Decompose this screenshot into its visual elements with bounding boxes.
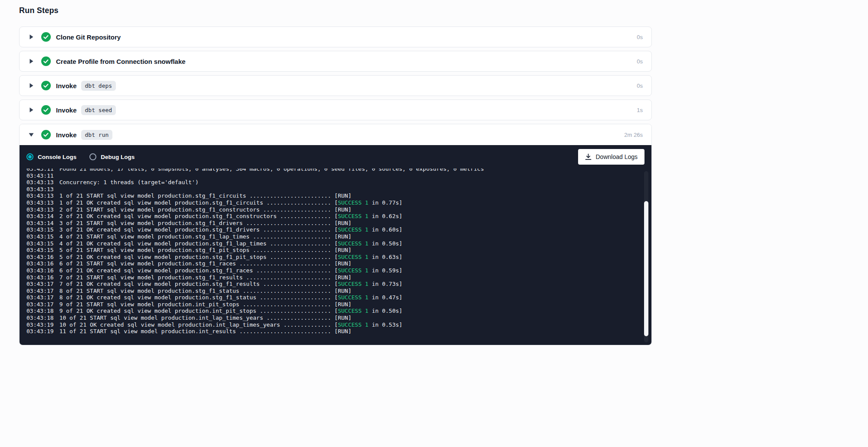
log-line: 03:43:131 of 21 START sql view model pro… xyxy=(26,192,639,199)
log-line: 03:43:142 of 21 OK created sql view mode… xyxy=(26,213,639,220)
chevron-right-icon[interactable] xyxy=(28,34,34,40)
radio-console-logs[interactable]: Console Logs xyxy=(26,153,76,160)
download-logs-label: Download Logs xyxy=(595,153,638,160)
log-line: 03:43:165 of 21 OK created sql view mode… xyxy=(26,254,639,261)
step-duration: 1s xyxy=(637,107,643,113)
radio-console-logs-label[interactable]: Console Logs xyxy=(38,154,76,160)
step-label: Invoke xyxy=(56,106,77,114)
success-check-icon xyxy=(41,81,51,90)
step-duration: 0s xyxy=(637,83,643,89)
step-row-create-profile[interactable]: Create Profile from Connection snowflake… xyxy=(19,51,652,72)
log-line: 03:43:132 of 21 START sql view model pro… xyxy=(26,206,639,213)
log-line: 03:43:154 of 21 OK created sql view mode… xyxy=(26,240,639,247)
step-label: Invoke xyxy=(56,131,77,139)
step-command-code: dbt run xyxy=(81,130,113,140)
log-line: 03:43:11 xyxy=(26,172,639,179)
log-line: 03:43:178 of 21 START sql view model pro… xyxy=(26,288,639,295)
step-label: Invoke xyxy=(56,82,77,89)
step-row-clone-git-repository[interactable]: Clone Git Repository 0s xyxy=(19,26,652,47)
console-log-lines: 03:43:11Found 21 models, 17 tests, 0 sna… xyxy=(26,169,639,335)
step-command-code: dbt deps xyxy=(81,81,116,91)
log-line: 03:43:131 of 21 OK created sql view mode… xyxy=(26,199,639,206)
success-check-icon xyxy=(41,130,51,139)
chevron-right-icon[interactable] xyxy=(28,107,34,113)
step-label: Create Profile from Connection snowflake xyxy=(56,58,185,65)
log-line: 03:43:153 of 21 OK created sql view mode… xyxy=(26,226,639,233)
step-label: Clone Git Repository xyxy=(56,33,121,41)
download-logs-button[interactable]: Download Logs xyxy=(578,149,644,165)
chevron-right-icon[interactable] xyxy=(28,83,34,89)
log-line: 03:43:179 of 21 START sql view model pro… xyxy=(26,301,639,308)
log-line: 03:43:13Concurrency: 1 threads (target='… xyxy=(26,179,639,186)
log-line: 03:43:11Found 21 models, 17 tests, 0 sna… xyxy=(26,169,639,172)
log-line: 03:43:154 of 21 START sql view model pro… xyxy=(26,233,639,240)
step-row-invoke-dbt-deps[interactable]: Invoke dbt deps 0s xyxy=(19,75,652,96)
log-line: 03:43:143 of 21 START sql view model pro… xyxy=(26,220,639,227)
log-line: 03:43:1911 of 21 START sql view model pr… xyxy=(26,328,639,335)
console-header: Console Logs Debug Logs Download Logs xyxy=(20,145,651,169)
success-check-icon xyxy=(41,32,51,42)
console-log-viewport[interactable]: 03:43:11Found 21 models, 17 tests, 0 sna… xyxy=(20,169,651,345)
page-title: Run Steps xyxy=(19,6,652,15)
chevron-down-icon[interactable] xyxy=(28,132,34,137)
step-row-invoke-dbt-run[interactable]: Invoke dbt run 2m 26s xyxy=(20,124,651,145)
log-line: 03:43:189 of 21 OK created sql view mode… xyxy=(26,308,639,315)
run-steps-page: Run Steps Clone Git Repository 0s Create… xyxy=(19,0,652,345)
log-line: 03:43:1910 of 21 OK created sql view mod… xyxy=(26,321,639,328)
radio-selected-icon[interactable] xyxy=(26,153,33,160)
log-line: 03:43:178 of 21 OK created sql view mode… xyxy=(26,294,639,301)
step-row-invoke-dbt-seed[interactable]: Invoke dbt seed 1s xyxy=(19,99,652,120)
step-duration: 2m 26s xyxy=(624,132,643,138)
success-check-icon xyxy=(41,105,51,115)
log-line: 03:43:166 of 21 OK created sql view mode… xyxy=(26,267,639,274)
console-scrollbar-track[interactable] xyxy=(644,171,648,342)
log-line: 03:43:155 of 21 START sql view model pro… xyxy=(26,247,639,254)
radio-debug-logs-label[interactable]: Debug Logs xyxy=(101,154,135,160)
step-command-code: dbt seed xyxy=(81,105,116,115)
step-duration: 0s xyxy=(637,58,643,65)
chevron-right-icon[interactable] xyxy=(28,58,34,64)
log-line: 03:43:13 xyxy=(26,186,639,193)
console-panel: Console Logs Debug Logs Download Logs 03… xyxy=(20,145,651,345)
console-scrollbar-thumb[interactable] xyxy=(644,201,648,336)
log-line: 03:43:167 of 21 START sql view model pro… xyxy=(26,274,639,281)
log-line: 03:43:1810 of 21 START sql view model pr… xyxy=(26,315,639,321)
log-line: 03:43:177 of 21 OK created sql view mode… xyxy=(26,281,639,288)
radio-unselected-icon[interactable] xyxy=(89,153,96,160)
radio-debug-logs[interactable]: Debug Logs xyxy=(89,153,135,160)
step-duration: 0s xyxy=(637,34,643,40)
success-check-icon xyxy=(41,56,51,66)
step-card-invoke-dbt-run-expanded: Invoke dbt run 2m 26s Console Logs Debug… xyxy=(19,124,652,345)
log-line: 03:43:166 of 21 START sql view model pro… xyxy=(26,260,639,267)
download-icon xyxy=(585,153,592,160)
